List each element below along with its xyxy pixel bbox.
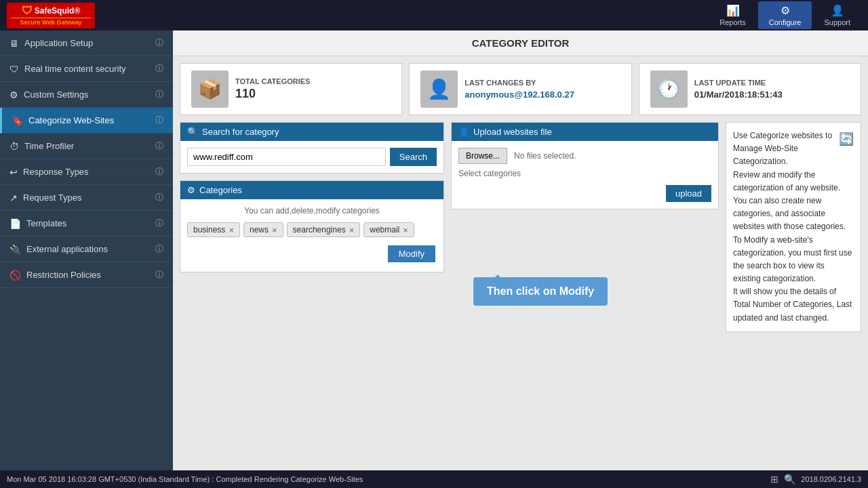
search-header-label: Search for category [202,127,279,137]
search-body: Search [180,141,443,173]
search-status-icon[interactable]: 🔍 [784,474,795,485]
info-icon: ⓘ [155,218,163,229]
total-categories-card: 📦 TOTAL CATEGORIES 110 [180,63,402,115]
tag-label: news [250,225,269,235]
refresh-icon[interactable]: 🔄 [839,129,854,149]
tag-remove-webmail[interactable]: × [403,226,408,235]
configure-label: Configure [769,18,802,26]
nav-buttons: 📊 Reports ⚙ Configure 👤 Support [709,1,861,29]
last-update-label: LAST UPDATE TIME [694,79,783,87]
tag-remove-searchengines[interactable]: × [349,226,355,235]
sidebar-item-external-applications[interactable]: 🔌 External applications ⓘ [0,237,173,262]
info-icon: ⓘ [155,269,163,281]
sidebar-item-categorize-websites[interactable]: 🔖 Categorize Web-Sites ⓘ [0,108,173,134]
upload-section: 👤 Upload websites file Browse... No file… [451,122,719,209]
time-profiler-icon: ⏱ [9,141,19,152]
main-content: CATEGORY EDITOR 📦 TOTAL CATEGORIES 110 👤… [173,30,868,470]
sidebar-item-custom-settings[interactable]: ⚙ Custom Settings ⓘ [0,82,173,108]
tooltip-text: Then click on Modify [487,285,594,297]
support-icon: 👤 [831,4,844,17]
reports-button[interactable]: 📊 Reports [709,1,757,29]
last-changes-info: LAST CHANGES BY anonymous@192.168.0.27 [465,79,574,100]
last-update-value: 01/Mar/2018:18:51:43 [694,89,783,100]
categories-hint: You can add,delete,modify categories [187,206,437,216]
last-changes-value: anonymous@192.168.0.27 [465,89,574,100]
sidebar-item-label: Time Profiler [24,141,74,151]
tooltip-bubble: Then click on Modify [473,277,608,306]
configure-button[interactable]: ⚙ Configure [758,1,812,29]
application-setup-icon: 🖥 [9,38,19,49]
search-header-icon: 🔍 [187,127,198,137]
select-categories-text: Select categories [458,168,711,178]
search-header: 🔍 Search for category [180,123,443,141]
main-wrapper: 🖥 Application Setup ⓘ 🛡 Real time conten… [0,30,868,470]
categories-section: ⚙ Categories You can add,delete,modify c… [180,180,444,272]
status-right: ⊞ 🔍 2018.0206.2141.3 [770,474,861,485]
logo: 🛡 SafeSquid® Secure Web Gateway [7,3,95,28]
info-icon: ⓘ [155,63,163,75]
sidebar-item-label: Request Types [23,192,81,203]
reports-icon: 📊 [726,4,740,17]
search-button[interactable]: Search [390,148,437,166]
tag-remove-news[interactable]: × [272,226,277,235]
upload-row: Browse... No files selected. [458,148,711,164]
user-stat-icon: 👤 [420,70,458,108]
upload-header: 👤 Upload websites file [452,123,718,141]
sidebar-item-application-setup[interactable]: 🖥 Application Setup ⓘ [0,30,173,56]
sidebar-item-label: Restriction Policies [26,270,101,280]
categories-header-label: Categories [199,185,242,195]
response-types-icon: ↩ [9,167,18,178]
tag-remove-business[interactable]: × [229,226,234,235]
sidebar-item-response-types[interactable]: ↩ Response Types ⓘ [0,159,173,185]
browse-button[interactable]: Browse... [458,148,507,164]
sidebar-item-label: Categorize Web-Sites [28,115,114,125]
custom-settings-icon: ⚙ [9,89,18,100]
tag-business: business × [187,222,240,237]
tag-label: searchengines [293,225,346,235]
status-bar: Mon Mar 05 2018 16:03:28 GMT+0530 (India… [0,470,868,488]
sidebar-item-templates[interactable]: 📄 Templates ⓘ [0,211,173,237]
categories-stat-icon: 📦 [191,70,229,108]
templates-icon: 📄 [9,218,21,229]
search-section: 🔍 Search for category Search [180,122,444,174]
support-button[interactable]: 👤 Support [813,1,861,29]
modify-button[interactable]: Modify [388,245,435,262]
logo-subtitle: Secure Web Gateway [11,18,91,26]
request-types-icon: ↗ [9,192,18,203]
version-text: 2018.0206.2141.3 [801,475,861,483]
info-icon: ⓘ [155,115,163,126]
info-icon: ⓘ [155,192,163,203]
no-file-text: No files selected. [514,151,576,161]
upload-icon: 👤 [458,127,469,137]
categories-header: ⚙ Categories [180,181,443,199]
external-apps-icon: 🔌 [9,244,21,255]
categories-stat-info: TOTAL CATEGORIES 110 [235,77,310,101]
tag-news: news × [243,222,283,237]
categories-body: You can add,delete,modify categories bus… [180,199,443,272]
info-icon: ⓘ [155,89,163,100]
upload-button[interactable]: upload [666,185,711,202]
fullscreen-icon[interactable]: ⊞ [770,474,778,485]
info-p3: You can also create new categories, and … [733,195,854,234]
last-update-info: LAST UPDATE TIME 01/Mar/2018:18:51:43 [694,79,783,100]
info-p5: It will show you the details of Total Nu… [733,285,854,325]
logo-title: SafeSquid® [35,6,81,16]
shield-icon: 🛡 [22,5,33,17]
stats-bar: 📦 TOTAL CATEGORIES 110 👤 LAST CHANGES BY… [173,56,868,122]
real-time-icon: 🛡 [9,64,19,75]
categories-label: TOTAL CATEGORIES [235,77,310,85]
tag-label: business [193,225,225,235]
tag-webmail: webmail × [363,222,414,237]
categorize-icon: 🔖 [12,115,23,126]
last-changes-label: LAST CHANGES BY [465,79,574,87]
sidebar-item-time-profiler[interactable]: ⏱ Time Profiler ⓘ [0,134,173,159]
page-header: CATEGORY EDITOR [173,30,868,56]
sidebar-item-request-types[interactable]: ↗ Request Types ⓘ [0,185,173,211]
categories-header-icon: ⚙ [187,185,195,195]
search-input[interactable] [187,148,386,166]
sidebar-item-label: Templates [26,218,66,228]
clock-stat-icon: 🕐 [650,70,688,108]
sidebar-item-restriction-policies[interactable]: 🚫 Restriction Policies ⓘ [0,262,173,288]
sidebar-item-real-time-content[interactable]: 🛡 Real time content security ⓘ [0,56,173,82]
sidebar-item-label: Application Setup [24,38,93,48]
